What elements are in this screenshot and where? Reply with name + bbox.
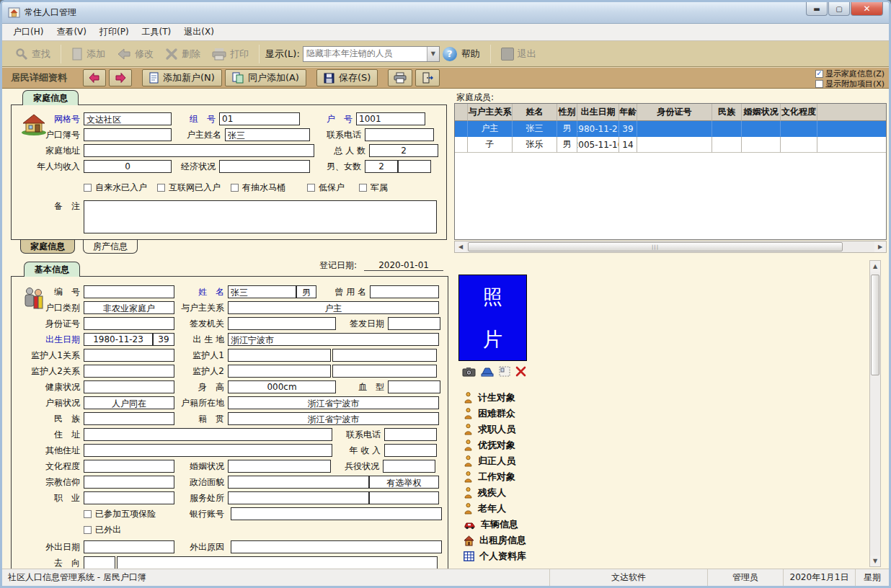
cell[interactable] xyxy=(781,137,817,153)
minimize-button[interactable]: ▬ xyxy=(806,2,828,16)
form-input[interactable] xyxy=(84,144,314,157)
delete-photo-icon[interactable] xyxy=(515,366,526,377)
cell[interactable]: 14 xyxy=(619,137,637,153)
quick-link[interactable]: 工作对象 xyxy=(464,469,526,485)
camera-icon[interactable] xyxy=(462,367,476,377)
form-input[interactable] xyxy=(369,491,439,504)
form-input[interactable]: 2 xyxy=(365,160,398,173)
menu-item-3[interactable]: 工具(T) xyxy=(136,24,178,40)
bottom-tab-property-info[interactable]: 房产信息 xyxy=(83,240,138,254)
utility-checkbox[interactable]: 低保户 xyxy=(307,182,345,194)
row-selector[interactable] xyxy=(455,137,468,153)
form-input[interactable] xyxy=(332,365,437,378)
quick-link[interactable]: 计生对象 xyxy=(464,390,526,406)
cell[interactable]: 男 xyxy=(557,121,577,137)
form-input[interactable] xyxy=(398,160,431,173)
form-input[interactable] xyxy=(370,285,439,298)
close-button[interactable]: ✕ xyxy=(851,2,883,16)
form-input[interactable] xyxy=(84,349,174,362)
vscroll-thumb[interactable] xyxy=(871,275,879,375)
quick-link[interactable]: 个人资料库 xyxy=(464,548,526,564)
form-input[interactable]: 户主 xyxy=(228,301,439,314)
hscroll-thumb[interactable]: ||| xyxy=(468,242,843,251)
form-input[interactable] xyxy=(84,556,115,569)
cell[interactable]: 张乐 xyxy=(513,137,557,153)
tab-basic-info[interactable]: 基本信息 xyxy=(24,262,80,277)
form-input[interactable]: 000cm xyxy=(228,380,336,393)
form-checkbox[interactable]: 已参加五项保险 xyxy=(84,508,183,520)
scroll-down-icon[interactable]: ▼ xyxy=(870,556,880,566)
form-input[interactable] xyxy=(365,128,434,141)
form-input[interactable] xyxy=(332,349,437,362)
col-header[interactable]: 出生日期 xyxy=(577,104,619,121)
find-button[interactable]: 查找 xyxy=(9,45,56,63)
delete-button[interactable]: 删除 xyxy=(159,45,206,63)
save-button[interactable]: 保存(S) xyxy=(316,69,378,86)
detail-vscrollbar[interactable]: ▲ ▼ xyxy=(869,260,881,567)
form-input[interactable] xyxy=(84,317,174,330)
form-input[interactable]: 1980-11-23 xyxy=(84,333,153,346)
cell[interactable] xyxy=(742,121,781,137)
form-input[interactable] xyxy=(231,540,442,553)
scroll-right-icon[interactable]: ▶ xyxy=(874,241,886,252)
scroll-left-icon[interactable]: ◀ xyxy=(455,241,466,252)
quick-link[interactable]: 优抚对象 xyxy=(464,437,526,453)
scroll-up-icon[interactable]: ▲ xyxy=(870,261,880,272)
cell[interactable] xyxy=(637,137,712,153)
prev-record-button[interactable] xyxy=(83,69,106,86)
form-input[interactable]: 浙江省宁波市 xyxy=(228,396,439,409)
members-hscrollbar[interactable]: ◀ ||| ▶ xyxy=(454,241,887,253)
cell[interactable] xyxy=(637,121,712,137)
cell[interactable] xyxy=(712,137,742,153)
scanner-icon[interactable] xyxy=(481,367,494,377)
form-input[interactable] xyxy=(84,285,174,298)
print-record-button[interactable] xyxy=(388,69,412,86)
help-button[interactable]: 帮助 xyxy=(460,45,486,63)
add-same-household-button[interactable]: 同户添加(A) xyxy=(225,69,306,86)
cell[interactable] xyxy=(781,121,817,137)
form-input[interactable] xyxy=(228,460,331,473)
form-input[interactable] xyxy=(219,160,310,173)
cell[interactable]: 男 xyxy=(557,137,577,153)
utility-checkbox[interactable]: 互联网已入户 xyxy=(157,182,221,194)
cell[interactable]: 张三 xyxy=(513,121,557,137)
form-input[interactable] xyxy=(84,540,174,553)
form-input[interactable] xyxy=(388,317,440,330)
form-input[interactable] xyxy=(84,491,174,504)
help-icon[interactable]: ? xyxy=(443,47,457,61)
cell[interactable] xyxy=(712,121,742,137)
utility-checkbox[interactable]: 自来水已入户 xyxy=(84,182,147,194)
form-input[interactable] xyxy=(228,317,336,330)
remark-textarea[interactable] xyxy=(84,200,437,233)
form-input[interactable] xyxy=(117,556,438,569)
close-detail-button[interactable] xyxy=(415,69,440,86)
table-row[interactable]: 子张乐男2005-11-1014 xyxy=(455,137,886,153)
col-header[interactable]: 姓名 xyxy=(513,104,557,121)
form-input[interactable] xyxy=(384,428,437,441)
quick-link[interactable]: 出租房信息 xyxy=(464,533,526,548)
photo-placeholder[interactable]: 照片 xyxy=(458,275,527,361)
cell[interactable]: 子 xyxy=(468,137,513,153)
show-family-info-checkbox[interactable]: 显示家庭信息(Z) xyxy=(815,68,885,79)
form-input[interactable] xyxy=(383,460,435,473)
form-input[interactable] xyxy=(84,412,174,425)
menu-item-4[interactable]: 退出(X) xyxy=(177,24,221,40)
form-input[interactable]: 0 xyxy=(84,160,172,173)
menu-item-1[interactable]: 查看(V) xyxy=(50,24,93,40)
form-input[interactable]: 男 xyxy=(296,285,316,298)
image-paste-icon[interactable] xyxy=(499,366,510,377)
form-input[interactable]: 文达社区 xyxy=(84,112,172,125)
form-input[interactable] xyxy=(384,444,437,457)
col-header[interactable]: 身份证号 xyxy=(637,104,712,121)
display-filter-select[interactable]: 隐藏非本年注销的人员 ▼ xyxy=(303,46,440,62)
form-input[interactable] xyxy=(84,128,172,141)
form-input[interactable]: 有选举权 xyxy=(369,476,439,489)
form-input[interactable] xyxy=(84,365,174,378)
quick-link[interactable]: 残疾人 xyxy=(464,485,526,501)
form-input[interactable] xyxy=(231,507,442,520)
col-header[interactable]: 年龄 xyxy=(619,104,637,121)
cell[interactable]: 2005-11-10 xyxy=(577,137,619,153)
form-input[interactable]: 39 xyxy=(153,333,174,346)
quick-link[interactable]: 求职人员 xyxy=(464,422,526,437)
quick-link[interactable]: 老年人 xyxy=(464,501,526,517)
